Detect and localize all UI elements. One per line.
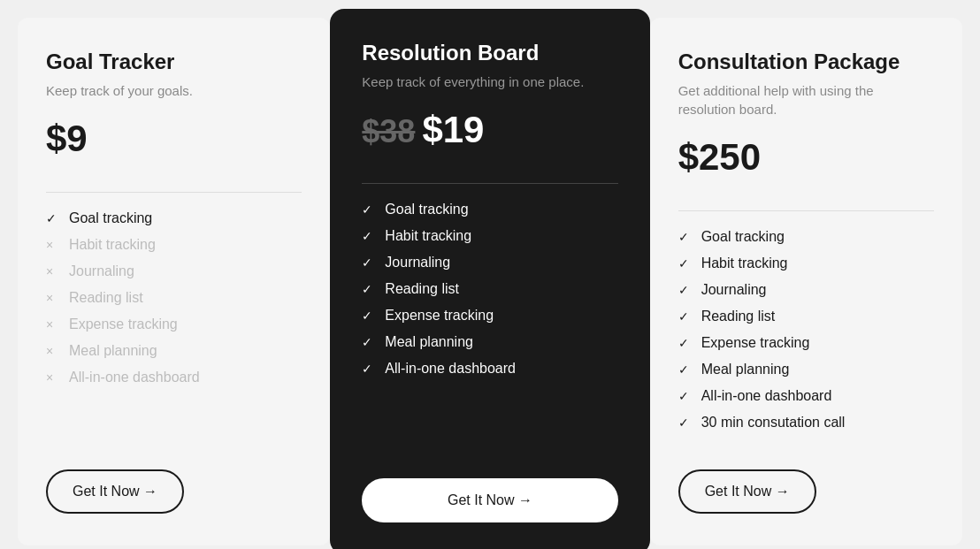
check-icon: ✓ [678, 256, 693, 271]
feature-item: ✓Goal tracking [678, 229, 934, 245]
price-section: $38$19 [362, 109, 617, 151]
feature-item: ✓Meal planning [678, 362, 934, 377]
feature-label: Habit tracking [69, 237, 156, 253]
cross-icon: × [46, 317, 60, 332]
feature-label: Reading list [69, 290, 143, 306]
feature-label: Journaling [69, 263, 134, 279]
price-sale: $19 [422, 109, 484, 150]
price-section: $9 [46, 118, 302, 160]
cross-icon: × [46, 238, 60, 252]
feature-label: Goal tracking [69, 210, 152, 226]
check-icon: ✓ [362, 255, 376, 270]
check-icon: ✓ [678, 309, 693, 324]
feature-item: ✓Expense tracking [678, 335, 934, 351]
pricing-card-consultation-package: Consultation PackageGet additional help … [650, 18, 962, 545]
divider [46, 192, 302, 193]
cta-button[interactable]: Get It Now → [46, 469, 184, 514]
card-description: Get additional help with using the resol… [678, 81, 934, 118]
feature-item: ✓Meal planning [362, 334, 617, 350]
feature-label: 30 min consutation call [701, 415, 846, 431]
feature-label: Expense tracking [69, 316, 178, 332]
feature-item: ✓Expense tracking [362, 308, 617, 324]
check-icon: ✓ [362, 309, 376, 323]
feature-label: All-in-one dashboard [701, 388, 832, 404]
feature-label: Habit tracking [385, 228, 471, 244]
check-icon: ✓ [362, 229, 376, 243]
price: $9 [46, 118, 302, 160]
check-icon: ✓ [46, 211, 60, 225]
cta-button[interactable]: Get It Now → [678, 469, 816, 514]
pricing-card-goal-tracker: Goal TrackerKeep track of your goals.$9✓… [18, 18, 330, 545]
check-icon: ✓ [678, 362, 693, 377]
feature-item: ✓Journaling [362, 255, 617, 271]
features-list: ✓Goal tracking×Habit tracking×Journaling… [46, 210, 302, 441]
check-icon: ✓ [362, 282, 376, 296]
feature-item: ✓Habit tracking [362, 228, 617, 244]
check-icon: ✓ [678, 336, 693, 350]
feature-label: Expense tracking [701, 335, 810, 351]
cta-button[interactable]: Get It Now → [362, 478, 617, 522]
feature-item: ×Habit tracking [46, 237, 302, 253]
pricing-container: Goal TrackerKeep track of your goals.$9✓… [18, 18, 962, 545]
feature-label: Journaling [701, 282, 767, 298]
card-title: Resolution Board [362, 41, 617, 65]
feature-item: ×Meal planning [46, 343, 302, 359]
feature-label: Expense tracking [385, 308, 494, 324]
cross-icon: × [46, 344, 60, 358]
feature-item: ✓All-in-one dashboard [678, 388, 934, 404]
feature-item: ✓Reading list [678, 309, 934, 324]
feature-item: ✓Journaling [678, 282, 934, 298]
check-icon: ✓ [678, 230, 693, 244]
feature-label: Goal tracking [385, 202, 468, 217]
cross-icon: × [46, 291, 60, 305]
check-icon: ✓ [362, 335, 376, 349]
feature-item: ×Reading list [46, 290, 302, 306]
features-list: ✓Goal tracking✓Habit tracking✓Journaling… [678, 229, 934, 441]
divider [362, 183, 617, 184]
feature-item: ×All-in-one dashboard [46, 370, 302, 385]
feature-label: Journaling [385, 255, 450, 271]
price: $250 [678, 136, 934, 179]
feature-item: ✓Habit tracking [678, 255, 934, 271]
feature-item: ✓Goal tracking [362, 202, 617, 217]
check-icon: ✓ [678, 416, 693, 430]
price-section: $250 [678, 136, 934, 179]
cross-icon: × [46, 370, 60, 385]
feature-label: Reading list [385, 281, 459, 297]
check-icon: ✓ [362, 362, 376, 376]
feature-label: Meal planning [385, 334, 473, 350]
feature-item: ×Expense tracking [46, 316, 302, 332]
check-icon: ✓ [678, 283, 693, 297]
feature-label: Reading list [701, 309, 776, 324]
feature-label: All-in-one dashboard [69, 370, 200, 385]
features-list: ✓Goal tracking✓Habit tracking✓Journaling… [362, 202, 617, 450]
check-icon: ✓ [678, 389, 693, 403]
price-original: $38 [362, 113, 415, 149]
card-title: Goal Tracker [46, 50, 302, 74]
feature-label: Meal planning [69, 343, 157, 359]
divider [678, 210, 934, 211]
feature-label: Habit tracking [701, 255, 788, 271]
feature-item: ✓Reading list [362, 281, 617, 297]
check-icon: ✓ [362, 202, 376, 217]
pricing-card-resolution-board: Resolution BoardKeep track of everything… [330, 9, 649, 549]
feature-label: Goal tracking [701, 229, 785, 245]
feature-label: Meal planning [701, 362, 790, 377]
card-description: Keep track of your goals. [46, 81, 302, 100]
cross-icon: × [46, 264, 60, 278]
feature-item: ✓Goal tracking [46, 210, 302, 226]
feature-label: All-in-one dashboard [385, 361, 516, 377]
card-title: Consultation Package [678, 50, 934, 74]
feature-item: ✓All-in-one dashboard [362, 361, 617, 377]
feature-item: ✓30 min consutation call [678, 415, 934, 431]
card-description: Keep track of everything in one place. [362, 72, 617, 91]
feature-item: ×Journaling [46, 263, 302, 279]
